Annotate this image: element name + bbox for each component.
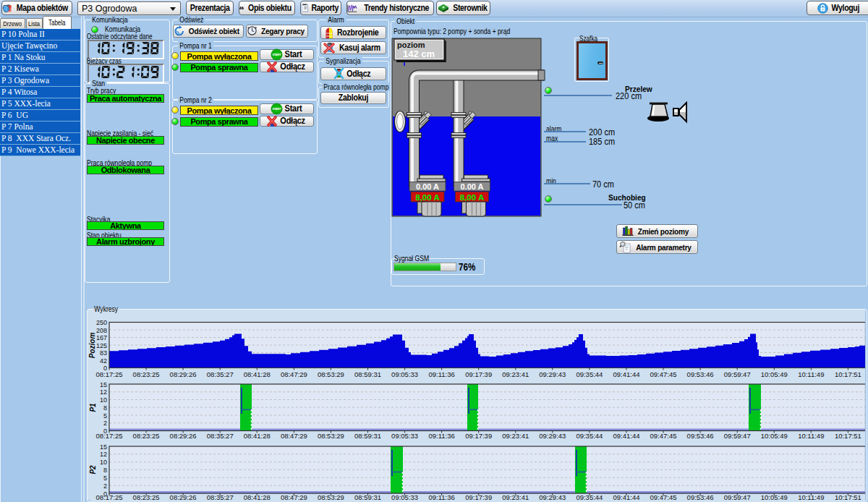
svg-text:09:47:45: 09:47:45 [650, 370, 677, 378]
svg-text:START: START [272, 53, 281, 56]
svg-text:09:05:33: 09:05:33 [391, 493, 418, 501]
svg-text:08:35:27: 08:35:27 [207, 493, 234, 501]
svg-text:09:17:39: 09:17:39 [465, 493, 492, 501]
svg-text:10:17:51: 10:17:51 [835, 493, 861, 501]
svg-text:8: 8 [103, 467, 107, 474]
svg-text:08:53:29: 08:53:29 [318, 432, 344, 440]
svg-text:09:47:45: 09:47:45 [650, 493, 677, 501]
svg-text:10:11:49: 10:11:49 [798, 493, 824, 501]
svg-text:10:05:49: 10:05:49 [761, 432, 788, 440]
svg-text:09:05:33: 09:05:33 [391, 370, 418, 378]
svg-text:2: 2 [103, 482, 107, 490]
svg-text:08:41:28: 08:41:28 [244, 432, 271, 440]
svg-text:09:53:46: 09:53:46 [687, 493, 714, 501]
svg-text:09:23:41: 09:23:41 [502, 493, 529, 501]
svg-text:5: 5 [103, 412, 107, 420]
svg-text:10: 10 [100, 459, 107, 466]
svg-text:09:11:36: 09:11:36 [428, 432, 454, 440]
svg-text:08:17:25: 08:17:25 [96, 493, 123, 501]
svg-text:10:11:49: 10:11:49 [798, 432, 824, 440]
svg-text:08:47:29: 08:47:29 [281, 493, 307, 501]
svg-text:09:53:46: 09:53:46 [687, 370, 714, 378]
svg-text:08:41:28: 08:41:28 [244, 493, 271, 501]
svg-text:42: 42 [100, 357, 107, 365]
svg-text:8: 8 [103, 404, 107, 412]
svg-text:10:17:51: 10:17:51 [835, 432, 861, 440]
svg-text:10:17:51: 10:17:51 [835, 370, 861, 378]
svg-text:09:59:47: 09:59:47 [724, 432, 751, 440]
svg-text:250: 250 [96, 319, 107, 326]
svg-text:09:23:41: 09:23:41 [502, 432, 529, 440]
svg-text:09:59:47: 09:59:47 [724, 370, 751, 378]
svg-text:08:29:26: 08:29:26 [170, 370, 197, 378]
svg-text:08:35:27: 08:35:27 [207, 370, 234, 378]
svg-text:poziom: poziom [397, 41, 425, 49]
svg-text:09:29:43: 09:29:43 [539, 432, 566, 440]
svg-text:09:17:39: 09:17:39 [465, 370, 492, 378]
svg-text:08:47:29: 08:47:29 [281, 370, 307, 378]
svg-text:08:59:31: 08:59:31 [354, 493, 381, 501]
svg-text:125: 125 [96, 342, 107, 349]
svg-text:10:05:49: 10:05:49 [761, 370, 788, 378]
svg-text:5: 5 [103, 475, 107, 482]
svg-text:08:35:27: 08:35:27 [207, 432, 234, 440]
svg-text:08:17:25: 08:17:25 [96, 432, 123, 440]
svg-text:2: 2 [103, 420, 107, 427]
svg-text:0.00 A: 0.00 A [416, 182, 439, 191]
svg-text:167: 167 [96, 334, 107, 341]
svg-text:08:23:25: 08:23:25 [133, 432, 160, 440]
svg-text:08:47:29: 08:47:29 [281, 432, 307, 440]
svg-text:08:17:25: 08:17:25 [96, 370, 123, 378]
svg-text:09:29:43: 09:29:43 [539, 493, 566, 501]
svg-text:09:41:44: 09:41:44 [613, 432, 640, 440]
svg-text:08:59:31: 08:59:31 [354, 370, 381, 378]
svg-text:08:41:28: 08:41:28 [244, 370, 271, 378]
svg-text:0.00 A: 0.00 A [460, 182, 483, 191]
svg-text:12: 12 [100, 388, 107, 396]
svg-text:09:59:47: 09:59:47 [724, 493, 751, 501]
svg-text:83: 83 [100, 349, 107, 357]
svg-text:15: 15 [100, 381, 107, 388]
svg-text:08:29:26: 08:29:26 [170, 493, 197, 501]
svg-text:09:29:43: 09:29:43 [539, 370, 566, 378]
svg-text:09:35:44: 09:35:44 [576, 432, 603, 440]
svg-text:START: START [272, 107, 281, 111]
svg-text:15: 15 [100, 443, 107, 451]
svg-text:09:47:45: 09:47:45 [650, 432, 677, 440]
svg-text:10:11:49: 10:11:49 [798, 370, 824, 378]
svg-text:12: 12 [100, 451, 107, 458]
svg-text:09:11:36: 09:11:36 [428, 493, 454, 501]
svg-text:10: 10 [100, 396, 107, 404]
svg-text:08:23:25: 08:23:25 [133, 370, 160, 378]
svg-text:09:41:44: 09:41:44 [613, 370, 640, 378]
svg-text:09:53:46: 09:53:46 [687, 432, 714, 440]
svg-text:142 cm: 142 cm [403, 48, 435, 59]
svg-text:09:35:44: 09:35:44 [576, 493, 603, 501]
svg-text:08:53:29: 08:53:29 [318, 493, 344, 501]
svg-text:09:11:36: 09:11:36 [428, 370, 454, 378]
svg-text:09:35:44: 09:35:44 [576, 370, 603, 378]
svg-text:10:05:49: 10:05:49 [761, 493, 788, 501]
svg-text:09:23:41: 09:23:41 [502, 370, 529, 378]
svg-text:8,00 A: 8,00 A [460, 193, 484, 202]
svg-text:08:29:26: 08:29:26 [170, 432, 197, 440]
svg-text:08:59:31: 08:59:31 [354, 432, 381, 440]
svg-text:08:23:25: 08:23:25 [133, 493, 160, 501]
svg-text:09:05:33: 09:05:33 [391, 432, 418, 440]
svg-text:208: 208 [96, 327, 107, 334]
svg-text:09:41:44: 09:41:44 [613, 493, 640, 501]
svg-text:09:17:39: 09:17:39 [465, 432, 492, 440]
svg-text:08:53:29: 08:53:29 [318, 370, 344, 378]
svg-text:8,00 A: 8,00 A [415, 193, 439, 202]
